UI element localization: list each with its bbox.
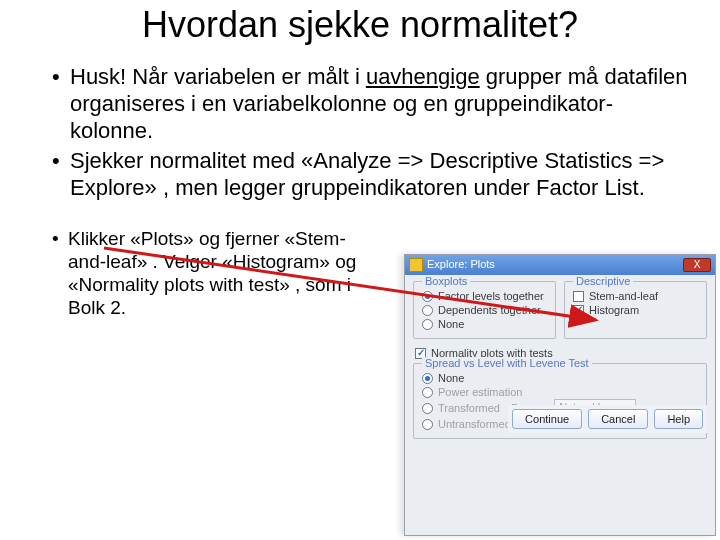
opt-label: Power estimation xyxy=(438,386,522,398)
radio-icon xyxy=(422,291,433,302)
dialog-body: Boxplots Factor levels together Dependen… xyxy=(405,275,715,439)
cancel-button[interactable]: Cancel xyxy=(588,409,648,429)
close-icon[interactable]: X xyxy=(683,258,711,272)
dialog-title: Explore: Plots xyxy=(427,258,495,270)
opt-label: Untransformed xyxy=(438,418,511,430)
slide: Hvordan sjekke normalitet? Husk! Når var… xyxy=(0,0,720,540)
spread-legend: Spread vs Level with Levene Test xyxy=(422,357,592,369)
explore-plots-dialog: Explore: Plots X Boxplots Factor levels … xyxy=(404,254,716,536)
bullet-list-main: Husk! Når variabelen er målt i uavhengig… xyxy=(30,64,690,202)
radio-icon xyxy=(422,373,433,384)
descriptive-group: Descriptive Stem-and-leaf Histogram xyxy=(564,281,707,339)
chk-label: Histogram xyxy=(589,304,639,316)
bullet-3: Klikker «Plots» og fjerner «Stem-and-lea… xyxy=(52,228,360,319)
spread-power-estimation[interactable]: Power estimation xyxy=(422,386,698,398)
opt-label: Factor levels together xyxy=(438,290,544,302)
radio-icon xyxy=(422,319,433,330)
checkbox-icon xyxy=(573,305,584,316)
radio-icon xyxy=(422,387,433,398)
opt-label: Transformed xyxy=(438,402,500,414)
descriptive-histogram[interactable]: Histogram xyxy=(573,304,698,316)
bullet-1-text-a: Husk! Når variabelen er målt i xyxy=(70,64,366,89)
dialog-title-wrap: Explore: Plots xyxy=(409,258,495,272)
dialog-app-icon xyxy=(409,258,423,272)
checkbox-icon xyxy=(573,291,584,302)
boxplots-opt-none[interactable]: None xyxy=(422,318,547,330)
bullet-1: Husk! Når variabelen er målt i uavhengig… xyxy=(52,64,690,144)
radio-icon xyxy=(422,305,433,316)
bullet-2: Sjekker normalitet med «Analyze => Descr… xyxy=(52,148,690,202)
opt-label: Dependents together xyxy=(438,304,541,316)
dialog-titlebar[interactable]: Explore: Plots X xyxy=(405,255,715,275)
descriptive-legend: Descriptive xyxy=(573,275,633,287)
bullet-1-underline: uavhengige xyxy=(366,64,480,89)
bullet-list-secondary: Klikker «Plots» og fjerner «Stem-and-lea… xyxy=(30,228,360,319)
radio-icon xyxy=(422,419,433,430)
continue-button[interactable]: Continue xyxy=(512,409,582,429)
help-button[interactable]: Help xyxy=(654,409,703,429)
opt-label: None xyxy=(438,372,464,384)
spread-none[interactable]: None xyxy=(422,372,698,384)
dialog-button-bar: Continue Cancel Help xyxy=(508,405,707,433)
boxplots-opt-factor-levels[interactable]: Factor levels together xyxy=(422,290,547,302)
chk-label: Stem-and-leaf xyxy=(589,290,658,302)
opt-label: None xyxy=(438,318,464,330)
boxplots-legend: Boxplots xyxy=(422,275,470,287)
descriptive-stem-and-leaf[interactable]: Stem-and-leaf xyxy=(573,290,698,302)
radio-icon xyxy=(422,403,433,414)
boxplots-group: Boxplots Factor levels together Dependen… xyxy=(413,281,556,339)
boxplots-opt-dependents[interactable]: Dependents together xyxy=(422,304,547,316)
slide-title: Hvordan sjekke normalitet? xyxy=(30,4,690,46)
